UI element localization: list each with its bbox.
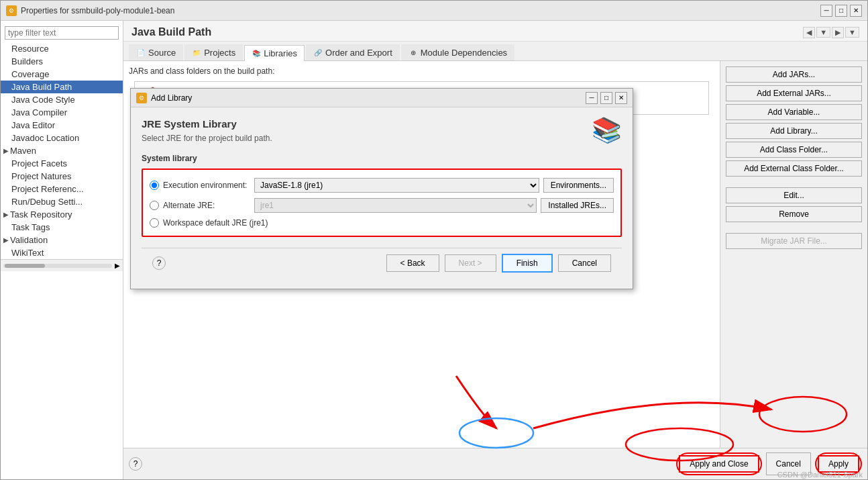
dialog-help-button[interactable]: ?: [152, 256, 166, 270]
sidebar-item-task-repo-label: Task Repository: [10, 209, 72, 220]
panel-with-right: JARs and class folders on the build path…: [123, 61, 867, 448]
sidebar-item-validation[interactable]: ▶ Validation: [1, 234, 123, 246]
dialog-close-btn[interactable]: ✕: [615, 92, 627, 104]
sidebar-item-java-code-style[interactable]: Java Code Style: [1, 93, 123, 106]
radio-execution-env-row: Execution environment: JavaSE-1.8 (jre1)…: [148, 175, 615, 195]
installed-jres-button[interactable]: Installed JREs...: [541, 198, 614, 213]
titlebar-icon: ⚙: [6, 5, 17, 16]
apply-close-highlight: Apply and Close: [676, 452, 761, 475]
right-button-panel: Add JARs... Add External JARs... Add Var…: [720, 61, 867, 448]
titlebar-title: Properties for ssmbuild-poly-module1-bea…: [21, 6, 174, 15]
add-external-class-folder-button[interactable]: Add External Class Folder...: [726, 160, 862, 177]
tab-source-label: Source: [148, 48, 176, 58]
add-jars-button[interactable]: Add JARs...: [726, 66, 862, 83]
sidebar-item-project-natures[interactable]: Project Natures: [1, 170, 123, 183]
nav-arrows: ◀ ▼ ▶ ▼: [803, 27, 859, 38]
dialog-cancel-button[interactable]: Cancel: [558, 254, 611, 272]
radio-execution-env-label: Execution environment:: [163, 181, 250, 190]
add-external-jars-button[interactable]: Add External JARs...: [726, 85, 862, 101]
sidebar-item-java-compiler[interactable]: Java Compiler: [1, 106, 123, 119]
main-help-button[interactable]: ?: [129, 457, 142, 471]
main-header: Java Build Path ◀ ▼ ▶ ▼: [123, 21, 867, 42]
main-panel: Java Build Path ◀ ▼ ▶ ▼ 📄 Source 📁 Proje…: [123, 21, 867, 479]
alternate-jre-select[interactable]: jre1: [254, 198, 537, 213]
sidebar-item-resource[interactable]: Resource: [1, 42, 123, 55]
tabs-bar: 📄 Source 📁 Projects 📚 Libraries 🔗 Order …: [123, 42, 867, 61]
sidebar-scrollbar[interactable]: ▶: [1, 259, 123, 271]
add-class-folder-button[interactable]: Add Class Folder...: [726, 142, 862, 158]
tab-module-dependencies[interactable]: ⊕ Module Dependencies: [401, 44, 514, 60]
apply-close-button[interactable]: Apply and Close: [679, 455, 759, 473]
page-title: Java Build Path: [131, 26, 211, 38]
dialog-title-text: Add Library: [151, 93, 192, 103]
validation-arrow-icon: ▶: [3, 236, 9, 244]
close-button[interactable]: ✕: [850, 5, 862, 17]
maximize-button[interactable]: □: [835, 5, 847, 17]
titlebar: ⚙ Properties for ssmbuild-poly-module1-b…: [1, 1, 867, 21]
minimize-button[interactable]: ─: [820, 5, 832, 17]
dialog-next-button[interactable]: Next >: [445, 254, 496, 272]
sidebar-item-project-references[interactable]: Project Referenc...: [1, 183, 123, 195]
nav-forward-dropdown-button[interactable]: ▼: [845, 27, 859, 38]
radio-workspace-default[interactable]: [150, 218, 159, 228]
sidebar-item-wikitext[interactable]: WikiText: [1, 246, 123, 259]
bottom-left: ?: [129, 457, 142, 471]
tab-source[interactable]: 📄 Source: [129, 44, 183, 60]
dialog-back-button[interactable]: < Back: [386, 254, 439, 272]
content-area: Resource Builders Coverage Java Build Pa…: [1, 21, 867, 479]
sidebar-search-input[interactable]: [5, 26, 119, 40]
migrate-jar-button[interactable]: Migrate JAR File...: [726, 233, 862, 249]
dialog-finish-button[interactable]: Finish: [502, 254, 553, 273]
nav-dropdown-button[interactable]: ▼: [816, 27, 830, 38]
execution-env-select[interactable]: JavaSE-1.8 (jre1): [254, 178, 539, 193]
sidebar-scroll-right[interactable]: ▶: [115, 262, 120, 269]
right-btn-spacer2: [726, 225, 862, 230]
add-variable-button[interactable]: Add Variable...: [726, 104, 862, 120]
sidebar-item-task-tags[interactable]: Task Tags: [1, 221, 123, 234]
radio-group: Execution environment: JavaSE-1.8 (jre1)…: [142, 169, 622, 237]
radio-alternate-jre-row: Alternate JRE: jre1 Installed JREs...: [148, 195, 615, 215]
right-btn-spacer: [726, 179, 862, 185]
main-window: ⚙ Properties for ssmbuild-poly-module1-b…: [0, 0, 868, 480]
radio-alternate-jre-label: Alternate JRE:: [163, 201, 250, 210]
dialog-maximize-btn[interactable]: □: [600, 92, 612, 104]
sidebar-item-javadoc-location[interactable]: Javadoc Location: [1, 132, 123, 144]
order-export-tab-icon: 🔗: [313, 48, 323, 58]
sidebar-item-project-facets[interactable]: Project Facets: [1, 157, 123, 170]
dialog-body: JRE System Library Select JRE for the pr…: [131, 107, 633, 289]
maven-arrow-icon: ▶: [3, 147, 9, 154]
sidebar-scroll-thumb: [5, 264, 45, 268]
jre-book-icon: 📚: [592, 118, 622, 142]
dialog-minimize-btn[interactable]: ─: [586, 92, 598, 104]
module-deps-tab-icon: ⊕: [409, 48, 418, 58]
sidebar-item-builders[interactable]: Builders: [1, 55, 123, 68]
tab-libraries[interactable]: 📚 Libraries: [244, 45, 305, 61]
nav-back-button[interactable]: ◀: [803, 27, 815, 38]
sidebar-scroll-track: [3, 264, 112, 268]
remove-button[interactable]: Remove: [726, 206, 862, 222]
radio-execution-env[interactable]: [150, 181, 159, 190]
sidebar-item-java-editor[interactable]: Java Editor: [1, 119, 123, 132]
sidebar-item-maven[interactable]: ▶ Maven: [1, 144, 123, 157]
sidebar-item-run-debug[interactable]: Run/Debug Setti...: [1, 195, 123, 208]
dialog-header-section: JRE System Library Select JRE for the pr…: [142, 118, 622, 154]
sidebar-item-maven-label: Maven: [10, 146, 36, 156]
radio-workspace-default-row: Workspace default JRE (jre1): [148, 215, 615, 230]
nav-forward-button[interactable]: ▶: [832, 27, 844, 38]
edit-button[interactable]: Edit...: [726, 187, 862, 203]
dialog-footer: ? < Back Next > Finish Cancel: [142, 248, 622, 278]
environments-button[interactable]: Environments...: [543, 178, 614, 193]
add-library-button[interactable]: Add Library...: [726, 123, 862, 139]
dialog-section-desc: Select JRE for the project build path.: [142, 134, 272, 143]
panel-content: JARs and class folders on the build path…: [123, 61, 720, 448]
dialog-title-controls: ─ □ ✕: [586, 92, 627, 104]
tab-order-export[interactable]: 🔗 Order and Export: [306, 44, 400, 60]
sidebar-search-container: [5, 26, 119, 40]
sidebar-item-coverage[interactable]: Coverage: [1, 68, 123, 81]
radio-alternate-jre[interactable]: [150, 201, 159, 210]
panel-main: JARs and class folders on the build path…: [123, 61, 720, 448]
sidebar-item-task-repository[interactable]: ▶ Task Repository: [1, 208, 123, 221]
tab-libraries-label: Libraries: [264, 48, 297, 58]
tab-projects[interactable]: 📁 Projects: [184, 44, 243, 60]
sidebar-item-java-build-path[interactable]: Java Build Path: [1, 81, 123, 93]
